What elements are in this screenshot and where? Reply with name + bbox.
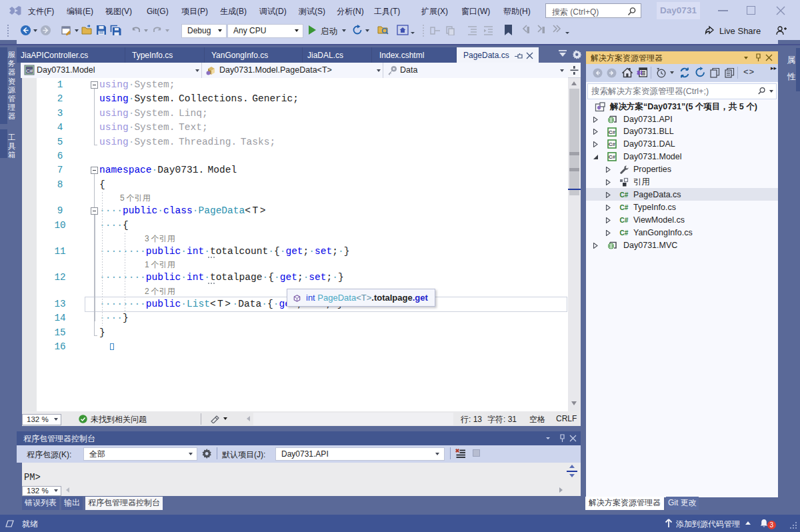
svg-text:C#: C#	[620, 229, 629, 237]
svg-text:C#: C#	[620, 204, 629, 211]
svg-text:C#: C#	[609, 129, 616, 135]
svg-text:C#: C#	[26, 68, 33, 74]
svg-text:C#: C#	[609, 154, 616, 160]
svg-text:C#: C#	[620, 217, 629, 224]
svg-text:C#: C#	[620, 191, 629, 199]
svg-text:C#: C#	[609, 141, 616, 147]
